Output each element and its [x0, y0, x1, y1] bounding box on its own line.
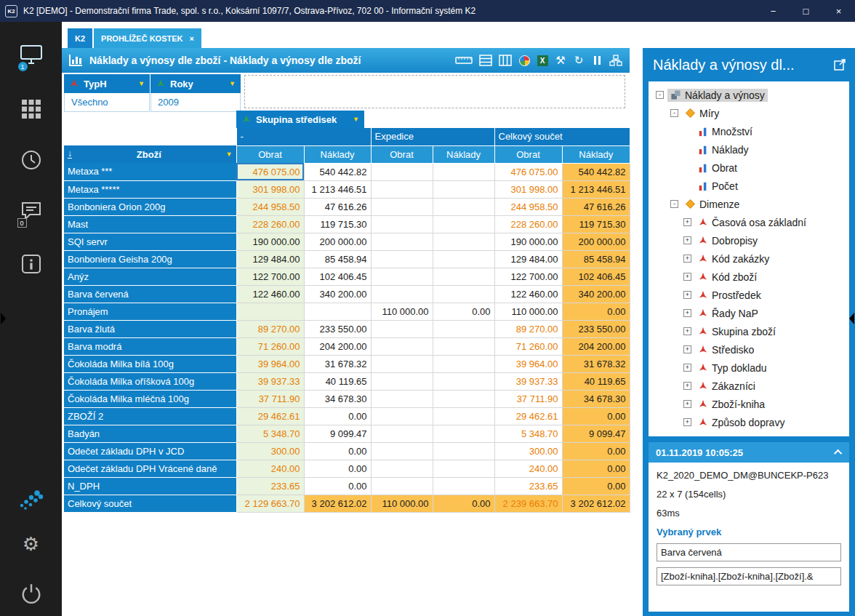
tree-item[interactable]: +Prostředek	[650, 286, 848, 304]
chart-wheel-icon[interactable]	[518, 54, 530, 67]
pivot-cell[interactable]	[433, 233, 494, 250]
pivot-row-label[interactable]: Odečet základu DPH Vrácené daně	[64, 460, 236, 477]
pivot-cell[interactable]: 40 119.65	[304, 372, 371, 390]
pivot-row-label[interactable]: Čokoláda Milka oříšková 100g	[64, 372, 236, 390]
pivot-cell[interactable]: 233 550.00	[304, 320, 371, 337]
pivot-cell[interactable]: 37 711.90	[494, 390, 562, 407]
pivot-cell[interactable]: 47 616.26	[562, 198, 630, 215]
pivot-cell[interactable]: 39 937.33	[494, 372, 562, 390]
pivot-cell[interactable]: 3 202 612.02	[304, 495, 371, 512]
pivot-row-label[interactable]: Odečet základu DPH v JCD	[64, 442, 236, 460]
history-clock-icon[interactable]	[0, 149, 62, 171]
pivot-cell[interactable]: 34 678.30	[304, 390, 371, 407]
pivot-cell[interactable]: 540 442.82	[304, 163, 371, 180]
pivot-cell[interactable]: 300.00	[236, 442, 304, 460]
pivot-row-label[interactable]: Metaxa ***	[64, 163, 236, 180]
chevron-down-icon[interactable]: ▼	[353, 116, 359, 123]
pivot-cell[interactable]	[433, 198, 494, 215]
pivot-measure-header[interactable]: Náklady	[562, 145, 630, 163]
pivot-cell[interactable]: 122 460.00	[494, 285, 562, 303]
pivot-measure-header[interactable]: Obrat	[494, 145, 562, 163]
tab-prohlizec-kostek[interactable]: PROHLÍŽEČ KOSTEK ×	[94, 28, 201, 48]
status-header[interactable]: 01.11.2019 10:05:25	[649, 442, 849, 463]
pivot-row-label[interactable]: ZBOŽÍ 2	[64, 407, 236, 425]
pivot-cell[interactable]: 204 200.00	[304, 337, 371, 355]
tree-item[interactable]: Náklady	[650, 140, 848, 159]
expand-box-icon[interactable]: +	[683, 327, 691, 335]
expand-box-icon[interactable]: +	[683, 382, 691, 390]
chevron-down-icon[interactable]: ▼	[138, 80, 145, 87]
tree-item[interactable]: +Kód zboží	[650, 268, 848, 286]
maximize-icon[interactable]: □	[790, 0, 822, 22]
chevron-down-icon[interactable]: ▼	[226, 151, 233, 158]
expand-box-icon[interactable]: +	[683, 218, 691, 226]
refresh-icon[interactable]: ↻	[573, 54, 585, 67]
left-collapse-handle[interactable]	[1, 313, 6, 324]
pivot-row-label[interactable]: Metaxa *****	[64, 180, 236, 198]
pivot-cell[interactable]: 233.65	[494, 477, 562, 495]
pivot-cell[interactable]: 233 550.00	[562, 320, 630, 337]
pivot-cell[interactable]	[433, 285, 494, 303]
pivot-cell[interactable]	[304, 303, 371, 320]
pivot-cell[interactable]: 0.00	[433, 495, 494, 512]
pivot-cell[interactable]: 233.65	[236, 477, 304, 495]
tree-item[interactable]: +Kód zakázky	[650, 249, 848, 268]
pivot-cell[interactable]	[371, 215, 433, 233]
filter-roky-value[interactable]: 2009	[150, 93, 241, 112]
pivot-cell[interactable]: 301 998.00	[236, 180, 304, 198]
filter-roky-header[interactable]: Roky ▼	[150, 74, 241, 93]
pivot-cell[interactable]	[433, 460, 494, 477]
selected-element-mdx-field[interactable]: [Zboží-kniha].[Zboží-kniha].[Zboží].&	[657, 567, 841, 585]
pivot-cell[interactable]: 0.00	[562, 460, 630, 477]
pivot-row-label[interactable]: Celkový součet	[64, 495, 236, 512]
pivot-cell[interactable]	[371, 407, 433, 425]
filter-typh-header[interactable]: TypH ▼	[64, 74, 150, 93]
pivot-column-group-header[interactable]: -	[236, 128, 371, 145]
tree-item[interactable]: +Středisko	[650, 340, 848, 359]
pivot-cell[interactable]	[433, 268, 494, 285]
pivot-cell[interactable]: 9 099.47	[304, 425, 371, 442]
pivot-cell[interactable]: 2 239 663.70	[494, 495, 562, 512]
pivot-cell[interactable]: 9 099.47	[562, 425, 630, 442]
pivot-row-label[interactable]: Barva žlutá	[64, 320, 236, 337]
pivot-cell[interactable]	[433, 407, 494, 425]
pivot-cell[interactable]: 47 616.26	[304, 198, 371, 215]
pivot-cell[interactable]: 190 000.00	[236, 233, 304, 250]
pivot-cell[interactable]: 190 000.00	[494, 233, 562, 250]
collapse-box-icon[interactable]: -	[670, 109, 678, 117]
pivot-cell[interactable]: 301 998.00	[494, 180, 562, 198]
selected-element-name-field[interactable]: Barva červená	[657, 543, 841, 561]
pivot-measure-header[interactable]: Náklady	[304, 145, 371, 163]
desktop-monitor-icon[interactable]: 1	[0, 44, 62, 68]
pivot-cell[interactable]	[371, 285, 433, 303]
pivot-table[interactable]: -ExpediceCelkový součet↓Zboží▼ObratNákla…	[64, 128, 630, 513]
expand-box-icon[interactable]: +	[683, 309, 691, 317]
tree-item[interactable]: +Typ dokladu	[650, 359, 848, 377]
pivot-cell[interactable]: 0.00	[562, 303, 630, 320]
apps-grid-icon[interactable]	[0, 98, 62, 120]
pivot-cell[interactable]: 122 700.00	[236, 268, 304, 285]
expand-box-icon[interactable]: +	[683, 291, 691, 299]
pivot-measure-header[interactable]: Obrat	[236, 145, 304, 163]
expand-box-icon[interactable]: +	[683, 236, 691, 244]
pivot-cell[interactable]: 0.00	[433, 303, 494, 320]
pivot-cell[interactable]	[433, 425, 494, 442]
pivot-row-label[interactable]: Bonboniera Orion 200g	[64, 198, 236, 215]
tree-item[interactable]: +Zákazníci	[650, 377, 848, 395]
pivot-cell[interactable]: 37 711.90	[236, 390, 304, 407]
pivot-cell[interactable]: 1 213 446.51	[304, 180, 371, 198]
pivot-cell[interactable]	[433, 250, 494, 268]
chevron-down-icon[interactable]: ▼	[229, 80, 236, 87]
pivot-cell[interactable]: 31 678.32	[304, 355, 371, 372]
pivot-cell[interactable]	[371, 268, 433, 285]
messages-chat-icon[interactable]: 0	[0, 200, 62, 225]
excel-export-icon[interactable]: X	[537, 54, 548, 67]
pivot-column-group-header[interactable]: Celkový součet	[494, 128, 630, 145]
power-icon[interactable]	[0, 583, 62, 605]
tree-item[interactable]: -Dimenze	[650, 195, 848, 213]
pivot-cell[interactable]	[433, 477, 494, 495]
pivot-cell[interactable]: 110 000.00	[371, 303, 433, 320]
pivot-cell[interactable]: 3 202 612.02	[562, 495, 630, 512]
pivot-cell[interactable]: 39 964.00	[236, 355, 304, 372]
expand-box-icon[interactable]: +	[683, 400, 691, 408]
